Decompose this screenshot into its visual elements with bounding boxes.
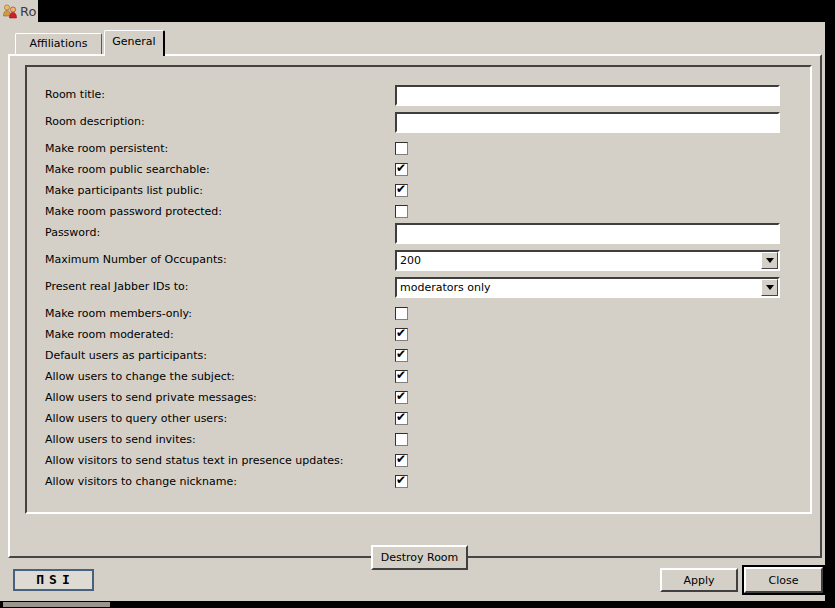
max-occupants-select-label: Maximum Number of Occupants: (45, 250, 395, 270)
members-only-checkbox-label: Make room members-only: (45, 304, 395, 324)
moderated-checkbox-label: Make room moderated: (45, 325, 395, 345)
real-jids-select-value: moderators only (397, 279, 761, 296)
visitor-nickname-checkbox[interactable] (395, 475, 408, 488)
form-row: Make room moderated: (45, 325, 810, 346)
close-button[interactable]: Close (744, 567, 823, 593)
room-config-groupbox: Room title:Room description:Make room pe… (25, 65, 812, 514)
max-occupants-select[interactable]: 200 (395, 250, 780, 271)
form-row: Present real Jabber IDs to:moderators on… (45, 277, 810, 304)
room-description-field[interactable] (395, 112, 780, 133)
form-row: Maximum Number of Occupants:200 (45, 250, 810, 277)
titlebar[interactable]: Ro (0, 0, 835, 22)
default-participants-checkbox[interactable] (395, 349, 408, 362)
form-row: Make room public searchable: (45, 160, 810, 181)
password-protected-checkbox-label: Make room password protected: (45, 202, 395, 222)
form-row: Make participants list public: (45, 181, 810, 202)
send-invites-checkbox[interactable] (395, 433, 408, 446)
private-messages-checkbox[interactable] (395, 391, 408, 404)
query-users-checkbox-label: Allow users to query other users: (45, 409, 395, 429)
form-rows: Room title:Room description:Make room pe… (45, 85, 810, 493)
form-row: Default users as participants: (45, 346, 810, 367)
tab-pane-general: Room title:Room description:Make room pe… (8, 54, 822, 558)
change-subject-checkbox-label: Allow users to change the subject: (45, 367, 395, 387)
resize-strip (3, 602, 110, 607)
send-invites-checkbox-label: Allow users to send invites: (45, 430, 395, 450)
room-title-field-label: Room title: (45, 85, 395, 105)
max-occupants-select-value: 200 (397, 252, 761, 269)
change-subject-checkbox[interactable] (395, 370, 408, 383)
window-title: Ro (20, 4, 36, 19)
visitor-status-checkbox[interactable] (395, 454, 408, 467)
apply-button[interactable]: Apply (660, 568, 738, 592)
private-messages-checkbox-label: Allow users to send private messages: (45, 388, 395, 408)
group-chat-icon (2, 3, 18, 19)
participants-public-checkbox-label: Make participants list public: (45, 181, 395, 201)
chevron-down-icon[interactable] (761, 279, 778, 296)
form-row: Allow visitors to send status text in pr… (45, 451, 810, 472)
persistent-checkbox-label: Make room persistent: (45, 139, 395, 159)
participants-public-checkbox[interactable] (395, 184, 408, 197)
query-users-checkbox[interactable] (395, 412, 408, 425)
psi-logo: ПSI (13, 569, 94, 591)
form-row: Room title: (45, 85, 810, 112)
form-row: Password: (45, 223, 810, 250)
public-searchable-checkbox-label: Make room public searchable: (45, 160, 395, 180)
form-row: Allow users to query other users: (45, 409, 810, 430)
form-row: Make room members-only: (45, 304, 810, 325)
visitor-status-checkbox-label: Allow visitors to send status text in pr… (45, 451, 395, 471)
form-row: Allow visitors to change nickname: (45, 472, 810, 493)
form-row: Room description: (45, 112, 810, 139)
dropdown-arrow-icon (766, 285, 774, 290)
form-row: Make room persistent: (45, 139, 810, 160)
form-row: Allow users to send invites: (45, 430, 810, 451)
password-field-label: Password: (45, 223, 395, 243)
room-description-field-label: Room description: (45, 112, 395, 132)
tab-general[interactable]: General (104, 30, 165, 56)
room-title-field[interactable] (395, 85, 780, 106)
titlebar-left: Ro (0, 0, 38, 22)
real-jids-select-label: Present real Jabber IDs to: (45, 277, 395, 297)
public-searchable-checkbox[interactable] (395, 163, 408, 176)
default-participants-checkbox-label: Default users as participants: (45, 346, 395, 366)
members-only-checkbox[interactable] (395, 307, 408, 320)
moderated-checkbox[interactable] (395, 328, 408, 341)
form-row: Allow users to send private messages: (45, 388, 810, 409)
destroy-room-button[interactable]: Destroy Room (371, 545, 468, 570)
close-button-default-frame: Close (742, 565, 825, 595)
real-jids-select[interactable]: moderators only (395, 277, 780, 298)
room-configuration-window: Ro Affiliations General Room title:Room … (0, 0, 835, 608)
dropdown-arrow-icon (766, 258, 774, 263)
form-row: Make room password protected: (45, 202, 810, 223)
window-body: Affiliations General Room title:Room des… (0, 22, 825, 601)
tab-affiliations[interactable]: Affiliations (15, 33, 102, 54)
form-row: Allow users to change the subject: (45, 367, 810, 388)
password-protected-checkbox[interactable] (395, 205, 408, 218)
password-field[interactable] (395, 223, 780, 244)
persistent-checkbox[interactable] (395, 142, 408, 155)
chevron-down-icon[interactable] (761, 252, 778, 269)
visitor-nickname-checkbox-label: Allow visitors to change nickname: (45, 472, 395, 492)
